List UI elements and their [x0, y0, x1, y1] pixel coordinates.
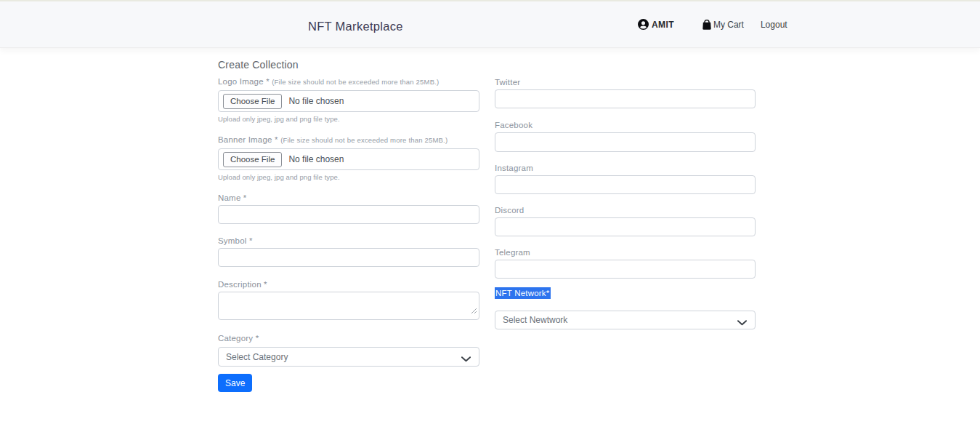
- instagram-field: Instagram: [495, 164, 756, 194]
- instagram-input[interactable]: [495, 175, 756, 194]
- banner-file-input[interactable]: Choose File No file chosen: [218, 148, 479, 170]
- discord-input[interactable]: [495, 217, 756, 236]
- logo-file-input[interactable]: Choose File No file chosen: [218, 90, 479, 112]
- chevron-down-icon: [737, 318, 747, 328]
- chevron-down-icon: [461, 354, 471, 364]
- user-menu[interactable]: AMIT: [638, 19, 674, 30]
- logo-size-hint: (File size should not be exceeded more t…: [272, 78, 439, 86]
- logo-image-label: Logo Image * (File size should not be ex…: [218, 77, 479, 86]
- logo-choose-file-button[interactable]: Choose File: [223, 94, 282, 109]
- nft-network-label: NFT Network*: [495, 287, 551, 299]
- banner-image-field: Banner Image * (File size should not be …: [218, 135, 479, 181]
- save-button[interactable]: Save: [218, 374, 252, 392]
- facebook-field: Facebook: [495, 121, 756, 152]
- description-label: Description *: [218, 280, 479, 289]
- description-field: Description *: [218, 280, 479, 320]
- nft-network-select[interactable]: Select Newtwork: [495, 311, 756, 329]
- form-right-column: Twitter Facebook Instagram Discord Teleg…: [495, 59, 756, 392]
- banner-size-hint: (File size should not be exceeded more t…: [280, 136, 448, 144]
- logo-file-status: No file chosen: [288, 96, 344, 106]
- logo-type-note: Upload only jpeg, jpg and png file type.: [218, 115, 479, 123]
- category-label: Category *: [218, 334, 479, 343]
- resize-handle-icon[interactable]: [471, 304, 477, 317]
- twitter-label: Twitter: [495, 78, 756, 87]
- page-title: Create Collection: [218, 59, 479, 71]
- shopping-bag-icon: [702, 20, 711, 30]
- name-label: Name *: [218, 193, 479, 202]
- banner-choose-file-button[interactable]: Choose File: [223, 152, 282, 167]
- telegram-input[interactable]: [495, 260, 756, 279]
- create-collection-form: Create Collection Logo Image * (File siz…: [0, 48, 980, 392]
- category-field: Category * Select Category: [218, 334, 479, 367]
- banner-file-status: No file chosen: [288, 154, 344, 164]
- symbol-label: Symbol *: [218, 236, 479, 245]
- brand-title[interactable]: NFT Marketplace: [308, 20, 403, 33]
- user-circle-icon: [638, 19, 649, 30]
- facebook-label: Facebook: [495, 121, 756, 129]
- symbol-input[interactable]: [218, 248, 479, 267]
- navbar-right: AMIT My Cart Logout: [638, 1, 787, 47]
- telegram-field: Telegram: [495, 248, 756, 279]
- name-field: Name *: [218, 193, 479, 224]
- twitter-field: Twitter: [495, 78, 756, 108]
- network-selected-value: Select Newtwork: [503, 315, 567, 325]
- nft-network-field: NFT Network* Select Newtwork: [495, 286, 756, 329]
- discord-label: Discord: [495, 206, 756, 215]
- category-select[interactable]: Select Category: [218, 347, 479, 367]
- banner-image-label: Banner Image * (File size should not be …: [218, 135, 479, 144]
- telegram-label: Telegram: [495, 248, 756, 257]
- user-name: AMIT: [652, 20, 674, 30]
- symbol-field: Symbol *: [218, 236, 479, 267]
- twitter-input[interactable]: [495, 89, 756, 108]
- facebook-input[interactable]: [495, 132, 756, 152]
- category-selected-value: Select Category: [226, 352, 288, 362]
- instagram-label: Instagram: [495, 164, 756, 172]
- description-textarea[interactable]: [218, 292, 479, 320]
- name-input[interactable]: [218, 205, 479, 224]
- top-navbar: NFT Marketplace AMIT My Cart Logout: [0, 0, 980, 48]
- banner-type-note: Upload only jpeg, jpg and png file type.: [218, 173, 479, 181]
- my-cart-label: My Cart: [713, 20, 744, 30]
- form-left-column: Create Collection Logo Image * (File siz…: [218, 59, 479, 392]
- logo-image-field: Logo Image * (File size should not be ex…: [218, 77, 479, 123]
- discord-field: Discord: [495, 206, 756, 236]
- logout-label: Logout: [761, 20, 787, 30]
- logout-link[interactable]: Logout: [761, 20, 787, 30]
- my-cart-link[interactable]: My Cart: [702, 20, 744, 30]
